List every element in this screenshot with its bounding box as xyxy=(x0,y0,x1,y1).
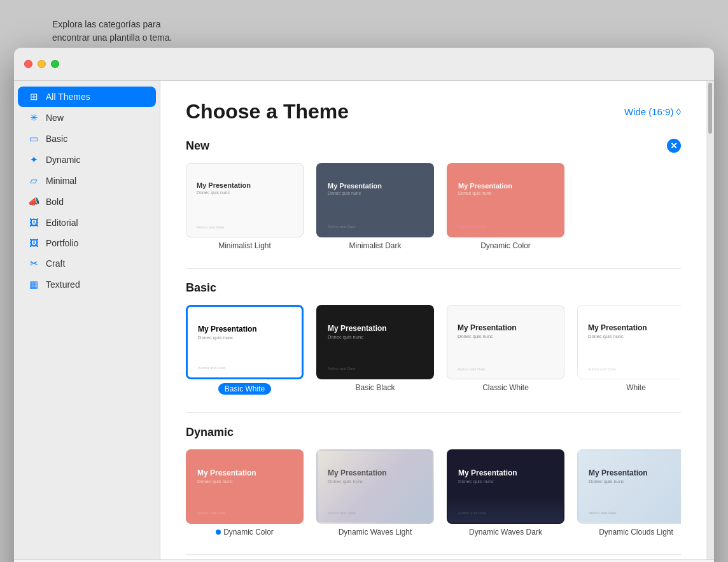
theme-label: White xyxy=(626,383,646,392)
theme-card-white[interactable]: My Presentation Donec quis nunc Author a… xyxy=(577,305,681,395)
sidebar-item-label: Basic xyxy=(46,134,67,144)
section-divider-2 xyxy=(186,412,681,413)
thumb-author: Author and Date xyxy=(458,511,486,515)
thumb-title: My Presentation xyxy=(589,468,681,477)
theme-label: Dynamic Waves Light xyxy=(339,528,412,537)
section-dynamic: Dynamic My Presentation Donec quis nunc … xyxy=(186,426,681,537)
section-header-dynamic: Dynamic xyxy=(186,426,681,439)
theme-label: Dynamic Waves Dark xyxy=(469,528,542,537)
theme-card-dynamic-waves-light[interactable]: My Presentation Donec quis nunc Author a… xyxy=(316,449,434,537)
sidebar-item-new[interactable]: ✳ New xyxy=(18,108,156,128)
section-title-new: New xyxy=(186,139,209,153)
thumb-title: My Presentation xyxy=(198,325,291,334)
theme-label: Classic White xyxy=(482,383,529,392)
theme-label: Minimalist Dark xyxy=(349,241,401,250)
theme-card-dynamic-clouds-light[interactable]: My Presentation Donec quis nunc Author a… xyxy=(577,449,681,537)
sidebar-item-textured[interactable]: ▦ Textured xyxy=(18,274,156,295)
sidebar-item-editorial[interactable]: 🖼 Editorial xyxy=(18,213,156,232)
thumb-author: Author and Date xyxy=(589,511,617,515)
thumb-subtitle: Donec quis nunc xyxy=(588,334,681,339)
thumb-title: My Presentation xyxy=(458,323,554,332)
sidebar-item-basic[interactable]: ▭ Basic xyxy=(18,129,156,149)
theme-card-basic-black[interactable]: My Presentation Donec quis nunc Author a… xyxy=(316,305,434,395)
sidebar-item-craft[interactable]: ✂ Craft xyxy=(18,253,156,274)
dot-indicator xyxy=(216,530,221,535)
theme-card-dynamic-waves-dark[interactable]: My Presentation Donec quis nunc Author a… xyxy=(447,449,564,537)
thumb-title: My Presentation xyxy=(458,182,553,190)
aspect-selector[interactable]: Wide (16:9) ◊ xyxy=(624,106,681,117)
sidebar-item-label: Craft xyxy=(46,258,65,269)
thumb-author: Author and Date xyxy=(328,225,356,228)
traffic-lights xyxy=(24,60,59,68)
theme-card-dynamic-color[interactable]: My Presentation Donec quis nunc Author a… xyxy=(447,163,564,250)
thumb-subtitle: Donec quis nunc xyxy=(458,334,554,339)
thumb-author: Author and Date xyxy=(197,511,225,515)
sidebar-item-label: All Themes xyxy=(46,92,90,102)
theme-card-classic-white[interactable]: My Presentation Donec quis nunc Author a… xyxy=(447,305,564,395)
sidebar-item-all-themes[interactable]: ⊞ All Themes xyxy=(18,87,156,107)
minimal-icon: ▱ xyxy=(28,175,39,186)
bold-icon: 📣 xyxy=(28,196,39,207)
thumb-title: My Presentation xyxy=(588,323,681,332)
theme-card-basic-white[interactable]: My Presentation Donec quis nunc Author a… xyxy=(186,305,304,395)
theme-thumbnail: My Presentation Donec quis nunc Author a… xyxy=(316,163,434,237)
close-button[interactable] xyxy=(24,60,32,68)
craft-icon: ✂ xyxy=(28,258,39,269)
thumb-author: Author and Date xyxy=(198,366,226,370)
theme-label: Basic Black xyxy=(355,383,395,392)
scrollbar-thumb[interactable] xyxy=(708,83,712,134)
theme-thumbnail: My Presentation Donec quis nunc Author a… xyxy=(186,163,304,237)
section-header-new: New ✕ xyxy=(186,139,681,153)
thumb-author: Author and Date xyxy=(328,511,356,515)
sidebar: ⊞ All Themes ✳ New ▭ Basic ✦ Dynamic ▱ xyxy=(14,81,160,559)
thumb-title: My Presentation xyxy=(328,468,423,477)
theme-thumbnail: My Presentation Donec quis nunc Author a… xyxy=(186,305,304,379)
thumb-subtitle: Donec quis nunc xyxy=(458,479,553,484)
theme-label: Dynamic Color xyxy=(216,528,274,537)
thumb-title: My Presentation xyxy=(328,324,423,333)
thumb-title: My Presentation xyxy=(197,181,293,189)
scrollbar[interactable] xyxy=(706,81,714,559)
sidebar-item-bold[interactable]: 📣 Bold xyxy=(18,192,156,212)
sidebar-item-dynamic[interactable]: ✦ Dynamic xyxy=(18,150,156,170)
rectangle-icon: ▭ xyxy=(28,133,39,144)
theme-thumbnail: My Presentation Donec quis nunc Author a… xyxy=(577,449,681,524)
thumb-subtitle: Donec quis nunc xyxy=(458,191,553,195)
minimize-button[interactable] xyxy=(38,60,46,68)
section-divider xyxy=(186,268,681,269)
section-new: New ✕ My Presentation Donec quis nunc A xyxy=(186,139,681,250)
sidebar-item-label: Portfolio xyxy=(46,238,78,248)
themes-grid-dynamic: My Presentation Donec quis nunc Author a… xyxy=(186,449,681,537)
maximize-button[interactable] xyxy=(51,60,59,68)
thumb-author: Author and Date xyxy=(458,225,486,228)
theme-label: Basic White xyxy=(218,383,271,395)
themes-grid-new: My Presentation Donec quis nunc Author a… xyxy=(186,163,681,250)
content-area: Choose a Theme Wide (16:9) ◊ New ✕ xyxy=(160,81,706,559)
sidebar-item-portfolio[interactable]: 🖼 Portfolio xyxy=(18,233,156,253)
sparkle-icon: ✳ xyxy=(28,112,39,123)
theme-label: Dynamic Color xyxy=(480,241,531,250)
section-basic: Basic My Presentation Donec quis nunc Au… xyxy=(186,281,681,395)
thumb-subtitle: Donec quis nunc xyxy=(328,191,423,195)
thumb-subtitle: Donec quis nunc xyxy=(197,479,292,484)
content-header: Choose a Theme Wide (16:9) ◊ xyxy=(186,100,681,123)
theme-card-dynamic-color2[interactable]: My Presentation Donec quis nunc Author a… xyxy=(186,449,304,537)
sidebar-item-label: Bold xyxy=(46,197,64,207)
theme-card-minimalist-light[interactable]: My Presentation Donec quis nunc Author a… xyxy=(186,163,304,250)
sidebar-item-minimal[interactable]: ▱ Minimal xyxy=(18,171,156,191)
theme-thumbnail: My Presentation Donec quis nunc Author a… xyxy=(186,449,304,524)
close-section-button[interactable]: ✕ xyxy=(667,139,681,153)
thumb-author: Author and Date xyxy=(328,367,356,370)
theme-card-minimalist-dark[interactable]: My Presentation Donec quis nunc Author a… xyxy=(316,163,434,250)
thumb-author: Author and Date xyxy=(197,225,225,229)
thumb-title: My Presentation xyxy=(328,182,423,190)
theme-thumbnail: My Presentation Donec quis nunc Author a… xyxy=(447,449,564,524)
theme-thumbnail: My Presentation Donec quis nunc Author a… xyxy=(577,305,681,379)
sidebar-item-label: New xyxy=(46,113,64,123)
sidebar-item-label: Textured xyxy=(46,279,80,290)
section-title-basic: Basic xyxy=(186,281,216,295)
themes-grid-basic: My Presentation Donec quis nunc Author a… xyxy=(186,305,681,395)
section-divider-3 xyxy=(186,554,681,555)
theme-label: Minimalist Light xyxy=(218,241,271,250)
dynamic-icon: ✦ xyxy=(28,154,39,165)
